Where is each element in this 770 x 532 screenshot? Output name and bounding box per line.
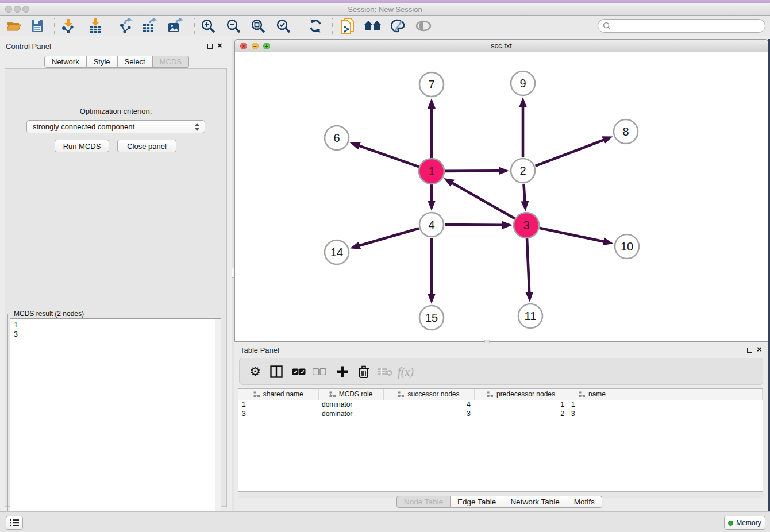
float-panel-icon[interactable] — [207, 44, 213, 49]
result-item[interactable]: 3 — [14, 330, 220, 339]
save-session-button[interactable] — [26, 17, 48, 35]
table-cell[interactable]: 1 — [568, 400, 617, 409]
zoom-out-button[interactable] — [222, 17, 244, 35]
zoom-selected-button[interactable] — [272, 17, 294, 35]
deselect-all-button[interactable] — [310, 362, 329, 381]
add-column-button[interactable] — [333, 362, 352, 381]
node-9[interactable]: 9 — [511, 71, 535, 95]
open-session-button[interactable] — [3, 17, 25, 35]
home-view-button[interactable] — [362, 17, 384, 35]
minimize-window-button[interactable] — [14, 6, 21, 13]
zoom-in-button[interactable] — [197, 17, 219, 35]
table-header-row[interactable]: shared nameMCDS rolesuccessor nodesprede… — [238, 389, 763, 400]
result-scrollbar[interactable] — [215, 319, 221, 527]
delete-column-button[interactable] — [354, 362, 374, 381]
show-hide-button[interactable] — [413, 17, 434, 35]
minimize-view-button[interactable]: − — [252, 43, 259, 49]
edge-3-11[interactable] — [527, 238, 529, 292]
search-input[interactable] — [611, 22, 765, 30]
run-mcds-button[interactable]: Run MCDS — [55, 140, 109, 152]
node-3[interactable]: 3 — [514, 213, 539, 238]
edge-1-6[interactable] — [359, 146, 419, 167]
network-window-titlebar[interactable]: × − + scc.txt — [235, 40, 768, 52]
zoom-fit-button[interactable] — [247, 17, 269, 35]
close-table-panel-icon[interactable]: × — [757, 344, 762, 354]
close-window-button[interactable] — [5, 6, 12, 13]
node-7[interactable]: 7 — [419, 72, 444, 97]
tab-motifs[interactable]: Motifs — [567, 496, 602, 508]
result-item[interactable]: 1 — [14, 321, 220, 330]
session-title: Session: New Session — [0, 3, 770, 16]
select-all-button[interactable] — [289, 362, 309, 381]
table-settings-button[interactable]: ⚙ — [245, 362, 265, 381]
edge-2-8[interactable] — [536, 140, 604, 166]
node-table[interactable]: shared nameMCDS rolesuccessor nodesprede… — [238, 388, 763, 492]
node-label: 15 — [425, 311, 438, 324]
edge-3-10[interactable] — [540, 228, 604, 242]
node-10[interactable]: 10 — [615, 234, 639, 259]
task-history-button[interactable] — [6, 516, 23, 530]
mcds-result-list[interactable]: 13 — [10, 318, 221, 527]
node-15[interactable]: 15 — [419, 306, 444, 330]
node-2[interactable]: 2 — [511, 159, 535, 183]
style-toggle-button[interactable] — [387, 17, 409, 35]
network-canvas[interactable]: 7968124314101511 — [235, 52, 768, 338]
tab-mcds[interactable]: MCDS — [153, 56, 189, 68]
tab-style[interactable]: Style — [87, 56, 118, 68]
column-header-shared-name[interactable]: shared name — [238, 389, 318, 400]
save-icon — [31, 20, 44, 32]
table-cell[interactable]: dominator — [318, 409, 383, 418]
float-table-panel-icon[interactable] — [747, 348, 752, 353]
import-table-button[interactable] — [84, 17, 106, 35]
show-columns-button[interactable] — [267, 362, 286, 381]
close-view-button[interactable]: × — [240, 43, 247, 49]
node-6[interactable]: 6 — [325, 126, 349, 150]
refresh-view-button[interactable] — [305, 17, 326, 35]
close-panel-icon[interactable]: × — [217, 40, 222, 51]
tab-edge-table[interactable]: Edge Table — [451, 496, 503, 508]
search-field[interactable] — [598, 19, 765, 33]
node-8[interactable]: 8 — [614, 119, 638, 144]
edge-2-3[interactable] — [523, 184, 525, 202]
table-body[interactable]: 1dominator4113dominator323 — [238, 400, 763, 418]
column-header-MCDS-role[interactable]: MCDS role — [318, 389, 383, 400]
edge-4-3[interactable] — [445, 225, 503, 225]
tab-select[interactable]: Select — [118, 56, 153, 68]
import-network-button[interactable] — [57, 17, 79, 35]
table-cell[interactable]: 3 — [238, 409, 318, 418]
refresh-icon — [308, 19, 323, 33]
table-row[interactable]: 1dominator411 — [238, 400, 763, 409]
tab-network-table[interactable]: Network Table — [503, 496, 567, 508]
node-14[interactable]: 14 — [325, 240, 349, 264]
export-table-button[interactable] — [139, 17, 161, 35]
new-network-button[interactable] — [337, 17, 359, 35]
edge-3-1[interactable] — [452, 183, 515, 218]
table-cell[interactable]: 3 — [568, 409, 617, 418]
close-panel-button[interactable]: Close panel — [117, 140, 176, 152]
export-image-button[interactable] — [164, 17, 186, 35]
memory-button[interactable]: Memory — [724, 516, 765, 530]
table-cell[interactable]: 4 — [383, 400, 474, 409]
optimization-criterion-select[interactable]: strongly connected component — [26, 120, 205, 133]
maximize-view-button[interactable]: + — [263, 43, 270, 49]
column-header-predecessor-nodes[interactable]: predecessor nodes — [474, 389, 568, 400]
zoom-window-button[interactable] — [22, 6, 29, 13]
export-network-button[interactable] — [114, 17, 136, 35]
node-4[interactable]: 4 — [419, 213, 444, 237]
column-header-name[interactable]: name — [568, 389, 617, 400]
tab-node-table[interactable]: Node Table — [396, 496, 451, 508]
table-cell[interactable]: 2 — [474, 409, 568, 418]
table-cell[interactable]: 3 — [383, 409, 474, 418]
node-1[interactable]: 1 — [419, 159, 444, 184]
table-row[interactable]: 3dominator323 — [238, 409, 763, 418]
tab-network[interactable]: Network — [44, 56, 87, 68]
edge-4-14[interactable] — [359, 228, 419, 245]
table-cell[interactable]: 1 — [238, 400, 318, 409]
table-cell[interactable]: dominator — [318, 400, 383, 409]
plus-icon — [336, 365, 349, 378]
column-header-successor-nodes[interactable]: successor nodes — [383, 389, 474, 400]
toolbar-separator — [111, 18, 111, 34]
table-cell[interactable]: 1 — [474, 400, 568, 409]
edge-1-2[interactable] — [445, 171, 499, 171]
node-11[interactable]: 11 — [518, 304, 542, 328]
